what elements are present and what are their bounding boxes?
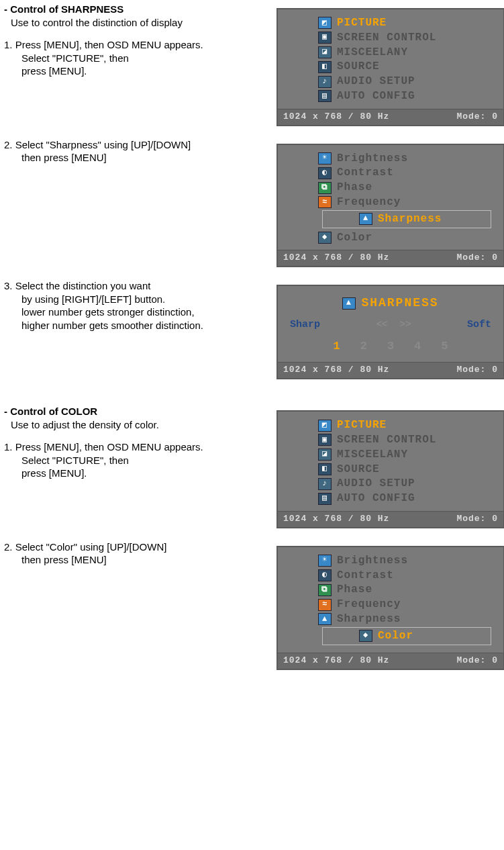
menu-item[interactable]: ◆Color	[359, 629, 491, 643]
sharp-label-left: Sharp	[290, 318, 320, 332]
sharpness-level[interactable]: 5	[441, 339, 448, 354]
sharpness-level[interactable]: 1	[333, 339, 340, 354]
step-line: Select "PICTURE", then	[4, 52, 272, 65]
status-resolution: 1024 x 768 / 80 Hz	[283, 514, 389, 525]
menu-item[interactable]: ▣SCREEN CONTROL	[318, 433, 495, 447]
menu-item-selected-box[interactable]: ◆Color	[322, 627, 491, 645]
menu-item-label: Contrast	[337, 569, 394, 583]
sharpness-numbers: 12345	[278, 335, 503, 362]
menu-item-label: Brightness	[337, 554, 408, 568]
sharpness-level[interactable]: 2	[360, 339, 367, 354]
menu-item-icon: ≈	[318, 196, 332, 208]
sharpness-step2-text: 2. Select "Sharpness" using [UP]/[DOWN] …	[4, 138, 276, 164]
osd-box: ◩PICTURE▣SCREEN CONTROL◪MISCEELANY◧SOURC…	[276, 8, 504, 126]
osd-box: ☀Brightness◐Contrast⧉Phase≈Frequency▲Sha…	[276, 546, 504, 670]
menu-item[interactable]: ♪AUDIO SETUP	[318, 75, 495, 89]
menu-item[interactable]: ◪MISCEELANY	[318, 448, 495, 462]
menu-item-selected-box[interactable]: ▲Sharpness	[322, 210, 491, 228]
menu-item[interactable]: ▤AUTO CONFIG	[318, 491, 495, 506]
osd-main-menu-2: ◩PICTURE▣SCREEN CONTROL◪MISCEELANY◧SOURC…	[276, 410, 504, 528]
color-step1-row: - Control of COLOR Use to adjust the den…	[4, 405, 500, 528]
menu-item-icon: ⧉	[318, 182, 332, 194]
menu-item[interactable]: ≈Frequency	[318, 598, 495, 612]
menu-item-icon: ▤	[318, 493, 332, 505]
menu-item[interactable]: ▤AUTO CONFIG	[318, 89, 495, 103]
step-line: by using [RIGHT]/[LEFT] button.	[4, 293, 272, 306]
menu-item-icon: ▣	[318, 434, 332, 446]
menu-item[interactable]: ☀Brightness	[318, 152, 495, 166]
menu-item-icon: ☀	[318, 555, 332, 567]
step-line: higher number gets smoother distinction.	[4, 319, 272, 332]
sharpness-sub: Use to control the distinction of displa…	[4, 16, 272, 30]
menu-item-label: Phase	[337, 583, 372, 597]
menu-item[interactable]: ▲Sharpness	[318, 612, 495, 626]
menu-item[interactable]: ☀Brightness	[318, 554, 495, 568]
menu-item-label: Color	[337, 231, 372, 245]
step-line: lower number gets stronger distinction,	[4, 305, 272, 319]
osd-picture-menu-sharp: ☀Brightness◐Contrast⧉Phase≈Frequency▲Sha…	[276, 144, 504, 268]
menu-item-label: SCREEN CONTROL	[337, 433, 436, 447]
menu-item-label: Sharpness	[337, 612, 401, 626]
status-mode: Mode: 0	[456, 111, 498, 123]
menu-item[interactable]: ◧SOURCE	[318, 463, 495, 477]
sharp-label-right: Soft	[467, 318, 491, 332]
menu-item[interactable]: ♪AUDIO SETUP	[318, 477, 495, 491]
color-step1-text: - Control of COLOR Use to adjust the den…	[4, 405, 276, 480]
arrow-left-icon[interactable]: <<	[376, 318, 388, 330]
menu-item-icon: ◪	[318, 448, 332, 461]
color-sub: Use to adjust the density of color.	[4, 418, 272, 432]
sharpness-step2-row: 2. Select "Sharpness" using [UP]/[DOWN] …	[4, 138, 500, 268]
menu-item-icon: ▤	[318, 90, 332, 102]
sharpness-heading: - Control of SHARPNESS	[4, 3, 272, 16]
step-line: 2. Select "Color" using [UP]/[DOWN]	[4, 540, 272, 554]
menu-item-icon: ☀	[318, 152, 332, 164]
osd-status-bar: 1024 x 768 / 80 HzMode: 0	[278, 250, 503, 266]
menu-item[interactable]: ≈Frequency	[318, 195, 495, 209]
menu-item-icon: ◩	[318, 420, 332, 432]
sharpness-step3-row: 3. Select the distinction you want by us…	[4, 279, 500, 379]
sharpness-scale-row: Sharp<<>>Soft	[278, 314, 503, 336]
sharpness-level[interactable]: 3	[387, 339, 394, 354]
status-resolution: 1024 x 768 / 80 Hz	[283, 365, 389, 376]
menu-item-label: AUDIO SETUP	[337, 75, 415, 89]
menu-item[interactable]: ◧SOURCE	[318, 60, 495, 74]
osd-main-menu: ◩PICTURE▣SCREEN CONTROL◪MISCEELANY◧SOURC…	[276, 8, 504, 126]
sharpness-title: ▲SHARPNESS	[278, 290, 503, 314]
menu-item-icon: ◪	[318, 46, 332, 58]
menu-item-icon: ◧	[318, 61, 332, 73]
menu-item[interactable]: ◆Color	[318, 231, 495, 245]
osd-status-bar: 1024 x 768 / 80 HzMode: 0	[278, 362, 503, 378]
menu-item[interactable]: ◩PICTURE	[318, 418, 495, 432]
menu-item-icon: ◩	[318, 17, 332, 29]
menu-item[interactable]: ◪MISCEELANY	[318, 46, 495, 60]
menu-item-label: MISCEELANY	[337, 448, 408, 462]
menu-item[interactable]: ▣SCREEN CONTROL	[318, 31, 495, 45]
menu-item-icon: ♪	[318, 478, 332, 490]
menu-item-label: PICTURE	[337, 16, 387, 30]
menu-item-label: Sharpness	[378, 212, 442, 226]
menu-item[interactable]: ⧉Phase	[318, 181, 495, 195]
arrow-right-icon[interactable]: >>	[400, 318, 411, 330]
menu-item[interactable]: ◩PICTURE	[318, 16, 495, 30]
status-resolution: 1024 x 768 / 80 Hz	[283, 655, 389, 667]
menu-item[interactable]: ◐Contrast	[318, 166, 495, 180]
menu-item-icon: ◧	[318, 463, 332, 475]
menu-item[interactable]: ◐Contrast	[318, 569, 495, 583]
sharpness-level[interactable]: 4	[414, 339, 421, 354]
menu-item-icon: ♪	[318, 76, 332, 88]
menu-item-label: MISCEELANY	[337, 46, 408, 60]
step-line: 1. Press [MENU], then OSD MENU appears.	[4, 440, 272, 454]
menu-item-icon: ◐	[318, 569, 332, 581]
menu-item-label: Color	[378, 629, 413, 643]
menu-item[interactable]: ▲Sharpness	[359, 212, 491, 226]
osd-box: ▲SHARPNESSSharp<<>>Soft123451024 x 768 /…	[276, 285, 504, 379]
menu-item-icon: ◆	[359, 630, 372, 642]
menu-item-icon: ▣	[318, 32, 332, 44]
sharpness-arrows: <<>>	[376, 318, 411, 330]
menu-item-label: Phase	[337, 181, 372, 195]
menu-item-icon: ⧉	[318, 584, 332, 596]
osd-sharpness-panel: ▲SHARPNESSSharp<<>>Soft123451024 x 768 /…	[276, 285, 504, 379]
menu-item[interactable]: ⧉Phase	[318, 583, 495, 597]
osd-status-bar: 1024 x 768 / 80 HzMode: 0	[278, 511, 503, 527]
status-mode: Mode: 0	[456, 365, 498, 376]
